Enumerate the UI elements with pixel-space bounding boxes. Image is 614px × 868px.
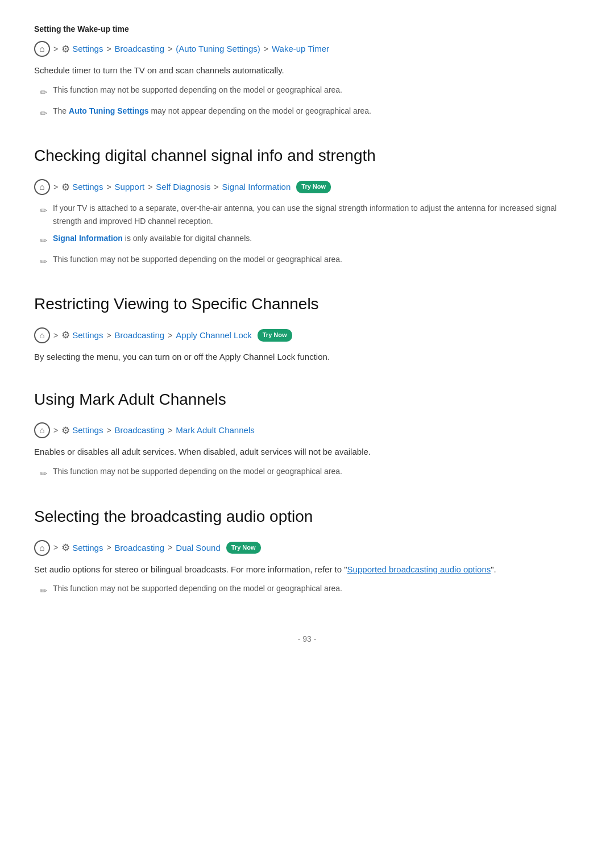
settings-gear-icon-4: ⚙	[61, 423, 70, 438]
page-footer: - 93 -	[34, 633, 580, 645]
bc-broadcasting[interactable]: Broadcasting	[115, 42, 165, 56]
dual-sound-note-1: ✏ This function may not be supported dep…	[40, 582, 580, 599]
bc-settings-5[interactable]: Settings	[72, 541, 103, 555]
mark-adult-section-title: Using Mark Adult Channels	[34, 387, 580, 413]
pencil-icon-1: ✏	[40, 85, 47, 100]
signal-note-3: ✏ This function may not be supported dep…	[40, 253, 580, 269]
dual-sound-note-text-1: This function may not be supported depen…	[53, 582, 342, 595]
dual-sound-body: Set audio options for stereo or bilingua…	[34, 563, 580, 577]
home-icon[interactable]: ⌂	[34, 41, 50, 57]
sep3: >	[168, 43, 172, 55]
signal-breadcrumb: ⌂ > ⚙ Settings > Support > Self Diagnosi…	[34, 179, 580, 195]
mark-adult-breadcrumb: ⌂ > ⚙ Settings > Broadcasting > Mark Adu…	[34, 422, 580, 438]
bc-settings-2[interactable]: Settings	[72, 180, 103, 194]
pencil-icon-3: ✏	[40, 203, 47, 218]
restrict-breadcrumb: ⌂ > ⚙ Settings > Broadcasting > Apply Ch…	[34, 327, 580, 343]
pencil-icon-5: ✏	[40, 255, 47, 269]
settings-gear-icon-5: ⚙	[61, 540, 70, 555]
wake-up-note-text-1: This function may not be supported depen…	[53, 84, 342, 96]
bc-settings[interactable]: Settings	[72, 42, 103, 56]
sep2: >	[106, 43, 111, 55]
signal-note-1: ✏ If your TV is attached to a separate, …	[40, 202, 580, 227]
restrict-section-title: Restricting Viewing to Specific Channels	[34, 292, 580, 317]
bc-broadcasting-3[interactable]: Broadcasting	[115, 329, 165, 342]
bc-broadcasting-4[interactable]: Broadcasting	[115, 423, 165, 437]
home-icon-5[interactable]: ⌂	[34, 540, 50, 556]
bc-settings-4[interactable]: Settings	[72, 423, 103, 437]
signal-section: Checking digital channel signal info and…	[34, 143, 580, 269]
bc-auto-tuning[interactable]: (Auto Tuning Settings)	[176, 42, 260, 56]
settings-gear-icon-2: ⚙	[61, 180, 70, 195]
wake-up-note-text-2: The Auto Tuning Settings may not appear …	[53, 105, 371, 117]
sep1: >	[53, 43, 58, 55]
wake-up-breadcrumb: ⌂ > ⚙ Settings > Broadcasting > (Auto Tu…	[34, 41, 580, 57]
broadcasting-audio-link[interactable]: Supported broadcasting audio options	[347, 564, 491, 574]
dual-sound-section-title: Selecting the broadcasting audio option	[34, 504, 580, 530]
bc-support[interactable]: Support	[115, 180, 145, 194]
restrict-section: Restricting Viewing to Specific Channels…	[34, 292, 580, 364]
signal-note-text-2: Signal Information is only available for…	[53, 232, 252, 244]
wake-up-body: Schedule timer to turn the TV on and sca…	[34, 64, 580, 78]
apply-lock-highlight: Apply Channel Lock	[219, 352, 295, 362]
signal-note-2: ✏ Signal Information is only available f…	[40, 232, 580, 248]
pencil-icon-2: ✏	[40, 106, 47, 121]
settings-gear-icon-3: ⚙	[61, 327, 70, 343]
signal-info-highlight: Signal Information	[53, 234, 123, 243]
wake-up-note-1: ✏ This function may not be supported dep…	[40, 84, 580, 100]
bc-settings-3[interactable]: Settings	[72, 329, 103, 342]
pencil-icon-7: ✏	[40, 584, 47, 599]
signal-section-title: Checking digital channel signal info and…	[34, 143, 580, 169]
pencil-icon-6: ✏	[40, 467, 47, 481]
auto-tuning-highlight: Auto Tuning Settings	[69, 106, 149, 115]
bc-dual-sound[interactable]: Dual Sound	[176, 541, 220, 555]
settings-gear-icon: ⚙	[61, 41, 70, 57]
wake-up-section: Setting the Wake-up time ⌂ > ⚙ Settings …	[34, 23, 580, 121]
page-number: - 93 -	[298, 634, 317, 643]
mark-adult-note-1: ✏ This function may not be supported dep…	[40, 465, 580, 481]
sep4: >	[264, 43, 268, 55]
wake-up-top-label: Setting the Wake-up time	[34, 23, 580, 35]
restrict-body: By selecting the menu, you can turn on o…	[34, 350, 580, 364]
try-now-badge-restrict[interactable]: Try Now	[258, 329, 292, 342]
mark-adult-section: Using Mark Adult Channels ⌂ > ⚙ Settings…	[34, 387, 580, 481]
try-now-badge-dual-sound[interactable]: Try Now	[226, 542, 261, 554]
dual-sound-breadcrumb: ⌂ > ⚙ Settings > Broadcasting > Dual Sou…	[34, 540, 580, 556]
mark-adult-note-text-1: This function may not be supported depen…	[53, 465, 342, 477]
bc-wakeup-timer[interactable]: Wake-up Timer	[272, 42, 329, 56]
signal-note-text-3: This function may not be supported depen…	[53, 253, 342, 265]
bc-mark-adult[interactable]: Mark Adult Channels	[176, 423, 254, 437]
bc-apply-lock[interactable]: Apply Channel Lock	[176, 329, 251, 342]
bc-broadcasting-5[interactable]: Broadcasting	[115, 541, 165, 555]
bc-signal-info[interactable]: Signal Information	[222, 180, 291, 194]
pencil-icon-4: ✏	[40, 234, 47, 248]
try-now-badge-signal[interactable]: Try Now	[296, 181, 331, 193]
bc-self-diag[interactable]: Self Diagnosis	[156, 180, 210, 194]
home-icon-4[interactable]: ⌂	[34, 422, 50, 438]
wake-up-note-2: ✏ The Auto Tuning Settings may not appea…	[40, 105, 580, 121]
signal-note-text-1: If your TV is attached to a separate, ov…	[53, 202, 580, 227]
dual-sound-section: Selecting the broadcasting audio option …	[34, 504, 580, 599]
home-icon-3[interactable]: ⌂	[34, 327, 50, 343]
home-icon-2[interactable]: ⌂	[34, 179, 50, 195]
mark-adult-body: Enables or disables all adult services. …	[34, 445, 580, 459]
